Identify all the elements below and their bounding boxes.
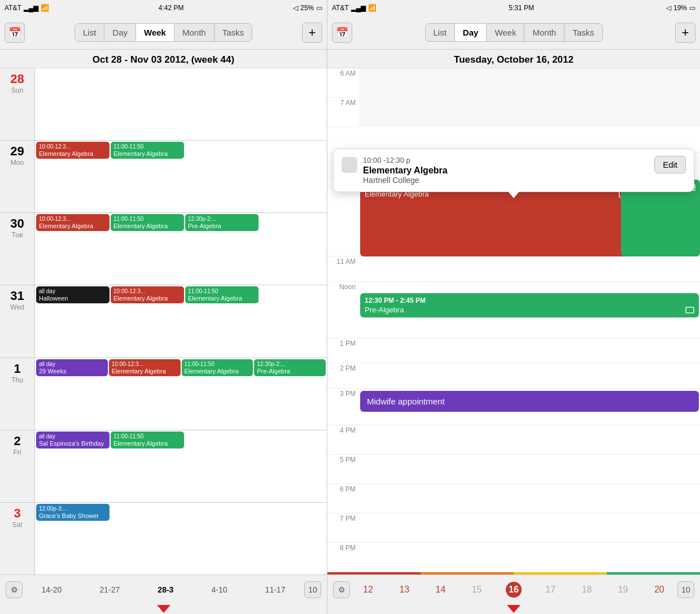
time-row-1pm: 1 PM	[327, 338, 700, 364]
event-mon-1-name: Elementary Algebra	[39, 150, 93, 157]
popup-arrow	[508, 191, 519, 198]
event-fri-1-name: Sal Espinoza's Birthday	[39, 440, 104, 447]
event-thu-2-time: 10:00-12:3...	[112, 361, 178, 367]
event-thu-3-time: 11:00-11:50	[185, 361, 251, 367]
right-status-left: AT&T ▂▄▆ 📶	[332, 4, 377, 12]
week-range-28[interactable]: 28-3	[154, 583, 177, 596]
day-events-fri[interactable]: all day Sal Espinoza's Birthday 11:00-11…	[35, 430, 327, 502]
event-thu-2[interactable]: 10:00-12:3... Elementary Algebra	[109, 359, 181, 376]
day-title: Tuesday, October 16, 2012	[327, 50, 700, 68]
right-tab-list[interactable]: List	[426, 24, 455, 41]
left-status-left: AT&T ▂▄▆ 📶	[5, 4, 49, 12]
date-18[interactable]: 18	[580, 583, 594, 596]
date-13[interactable]: 13	[397, 583, 412, 596]
event-fri-1[interactable]: all day Sal Espinoza's Birthday	[36, 432, 110, 448]
event-tue-3[interactable]: 12:30p-2:... Pre-Algebra	[185, 214, 259, 231]
event-thu-4[interactable]: 12:30p-2:... Pre-Algebra	[254, 359, 326, 376]
event-wed-1[interactable]: all day Halloween	[36, 286, 110, 303]
right-location-icon: ◁	[666, 4, 671, 12]
right-tab-week[interactable]: Week	[487, 24, 524, 41]
day-name-thu: Thu	[11, 376, 23, 384]
day-events-wed[interactable]: all day Halloween 10:00-12:3... Elementa…	[35, 285, 327, 357]
day-events-sat[interactable]: 12:00p-3:... Grace's Baby Shower	[35, 503, 327, 574]
event-wed-2[interactable]: 10:00-12:3... Elementary Algebra	[111, 286, 184, 303]
event-popup[interactable]: 10:00 -12:30 p Elementary Algebra Hartne…	[333, 149, 694, 192]
right-tab-month[interactable]: Month	[524, 24, 565, 41]
right-calendar-icon[interactable]: 📅	[332, 23, 352, 43]
date-16[interactable]: 16	[506, 582, 522, 598]
left-arrow-indicator	[0, 604, 327, 614]
week-row-tue: 30 Tue 10:00-12:3... Elementary Algebra …	[0, 213, 327, 285]
week-range-4[interactable]: 4-10	[208, 583, 230, 596]
time-row-noon: Noon 12:30 PM - 2:45 PM Pre-Algebra	[327, 282, 700, 338]
right-battery: 19%	[673, 4, 687, 12]
date-19[interactable]: 19	[616, 583, 631, 596]
right-status-right: ◁ 19% ▭	[666, 4, 695, 12]
popup-edit-button[interactable]: Edit	[654, 156, 686, 173]
event-mon-2[interactable]: 11:00-11:50 Elementary Algebra	[111, 142, 184, 159]
day-label-fri: 2 Fri	[0, 430, 35, 502]
week-range-14[interactable]: 14-20	[38, 583, 65, 596]
day-events-mon[interactable]: 10:00-12:3... Elementary Algebra 11:00-1…	[35, 141, 327, 212]
day-events-thu[interactable]: all day 29 Weeks 10:00-12:3... Elementar…	[35, 358, 327, 430]
event-midwife-appointment[interactable]: Midwife appointment	[360, 391, 699, 412]
left-tab-day[interactable]: Day	[104, 24, 136, 41]
date-14[interactable]: 14	[434, 583, 448, 596]
copy-icon-pre	[685, 307, 694, 313]
right-tab-day[interactable]: Day	[455, 24, 487, 41]
event-tue-1[interactable]: 10:00-12:3... Elementary Algebra	[36, 214, 110, 231]
left-tab-tasks[interactable]: Tasks	[215, 24, 252, 41]
left-tab-list[interactable]: List	[75, 24, 104, 41]
event-pre-algebra-name: Pre-Algebra	[365, 306, 404, 314]
right-gear-icon[interactable]: ⚙	[333, 581, 350, 598]
date-20[interactable]: 20	[652, 583, 667, 596]
day-scroll[interactable]: 6 AM 7 AM 10:00 -12:30 p Elementary Alge…	[327, 68, 700, 572]
right-arrow-indicator	[327, 604, 700, 614]
day-num-tue: 30	[10, 217, 24, 230]
week-row-thu: 1 Thu all day 29 Weeks 10:00-12:3... Ele…	[0, 358, 327, 430]
day-name-fri: Fri	[14, 448, 21, 456]
date-17[interactable]: 17	[543, 583, 558, 596]
time-row-8pm: 8 PM	[327, 543, 700, 572]
left-add-button[interactable]: +	[302, 23, 322, 43]
left-calendar-icon[interactable]: 📅	[5, 23, 25, 43]
left-tab-week[interactable]: Week	[136, 24, 174, 41]
day-events-sun	[35, 68, 327, 140]
event-fri-1-time: all day	[39, 433, 107, 439]
time-label-4pm: 4 PM	[327, 425, 359, 434]
right-signal-icon: ▂▄▆	[351, 4, 366, 12]
time-row-7pm: 7 PM	[327, 513, 700, 543]
event-sat-1[interactable]: 12:00p-3:... Grace's Baby Shower	[36, 504, 110, 521]
right-badge[interactable]: 10	[677, 581, 694, 598]
time-row-4pm: 4 PM	[327, 425, 700, 455]
right-footer: ⚙ 12 13 14 15 16 17 18 19 20 10	[327, 574, 700, 604]
event-mon-1[interactable]: 10:00-12:3... Elementary Algebra	[36, 142, 110, 159]
day-events-tue[interactable]: 10:00-12:3... Elementary Algebra 11:00-1…	[35, 213, 327, 285]
day-name-tue: Tue	[11, 231, 23, 239]
event-sat-1-time: 12:00p-3:...	[39, 506, 107, 512]
event-tue-2[interactable]: 11:00-11:50 Elementary Algebra	[111, 214, 184, 231]
event-tue-1-time: 10:00-12:3...	[39, 216, 107, 222]
left-nav-bar: 📅 List Day Week Month Tasks +	[0, 16, 327, 50]
left-badge[interactable]: 10	[304, 581, 321, 598]
left-status-right: ◁ 25% ▭	[293, 4, 322, 12]
week-range-11[interactable]: 11-17	[262, 583, 289, 596]
time-label-2pm: 2 PM	[327, 363, 359, 372]
left-gear-icon[interactable]: ⚙	[6, 581, 23, 598]
left-tab-month[interactable]: Month	[174, 24, 215, 41]
event-wed-1-name: Halloween	[39, 295, 68, 302]
right-add-button[interactable]: +	[675, 23, 695, 43]
event-wed-3[interactable]: 11:00-11:50 Elementary Algebra	[185, 286, 259, 303]
date-15[interactable]: 15	[470, 583, 484, 596]
popup-body: 10:00 -12:30 p Elementary Algebra Hartne…	[363, 156, 649, 185]
event-thu-3[interactable]: 11:00-11:50 Elementary Algebra	[182, 359, 253, 376]
event-fri-2[interactable]: 11:00-11:50 Elementary Algebra	[111, 432, 184, 448]
left-carrier: AT&T	[5, 4, 21, 12]
date-12[interactable]: 12	[361, 583, 375, 596]
event-thu-1[interactable]: all day 29 Weeks	[36, 359, 108, 376]
event-pre-algebra[interactable]: 12:30 PM - 2:45 PM Pre-Algebra	[360, 293, 699, 317]
right-tab-tasks[interactable]: Tasks	[565, 24, 602, 41]
event-thu-4-name: Pre-Algebra	[257, 368, 290, 375]
week-range-21[interactable]: 21-27	[96, 583, 123, 596]
event-thu-1-name: 29 Weeks	[39, 368, 67, 375]
